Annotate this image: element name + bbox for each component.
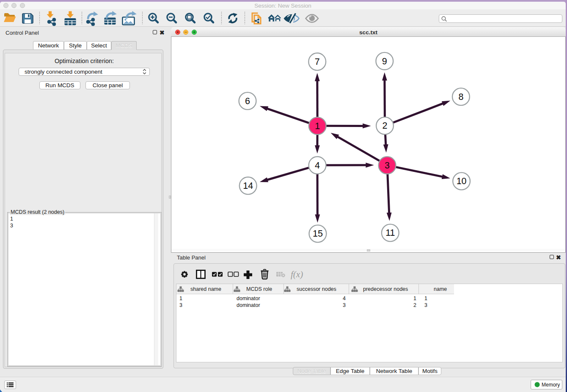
svg-text:1: 1 bbox=[315, 121, 320, 131]
svg-text:7: 7 bbox=[315, 57, 320, 67]
svg-text:8: 8 bbox=[458, 92, 463, 102]
svg-text:15: 15 bbox=[313, 229, 323, 239]
svg-text:9: 9 bbox=[382, 56, 387, 66]
svg-text:14: 14 bbox=[243, 181, 253, 191]
svg-text:f(x): f(x) bbox=[291, 269, 303, 279]
svg-text:11: 11 bbox=[385, 228, 395, 238]
svg-text:2: 2 bbox=[383, 121, 388, 131]
svg-text:4: 4 bbox=[315, 160, 320, 171]
svg-text:10: 10 bbox=[457, 176, 467, 186]
svg-text:6: 6 bbox=[245, 96, 250, 106]
svg-text:3: 3 bbox=[385, 160, 390, 171]
